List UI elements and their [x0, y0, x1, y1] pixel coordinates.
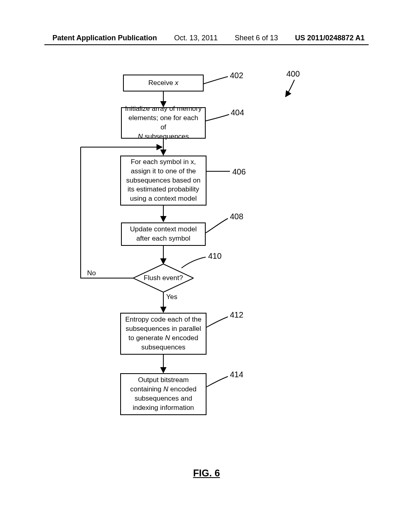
ref-412: 412 — [230, 310, 243, 320]
flowchart: 400 Receive x 402 Initialize array of me… — [44, 69, 369, 472]
publication-number: US 2011/0248872 A1 — [295, 34, 365, 42]
step-402-text: Receive x — [148, 79, 179, 88]
step-414-text: Output bitstream containing N encoded su… — [130, 376, 196, 413]
publication-date: Oct. 13, 2011 — [174, 34, 218, 42]
ref-402: 402 — [230, 71, 243, 80]
step-412-text: Entropy code each of the subsequences in… — [125, 315, 201, 352]
step-404-box: Initialize array of memory elements; one… — [121, 107, 206, 139]
step-406-box: For each symbol in x, assign it to one o… — [120, 156, 206, 206]
branch-yes: Yes — [166, 293, 177, 301]
step-410-decision: Flush event? — [133, 264, 194, 292]
step-402-box: Receive x — [123, 75, 204, 91]
branch-no: No — [87, 269, 96, 277]
sheet-number: Sheet 6 of 13 — [235, 34, 278, 42]
step-408-box: Update context model after each symbol — [121, 222, 206, 246]
ref-406: 406 — [232, 167, 246, 177]
ref-414: 414 — [230, 370, 243, 379]
step-408-text: Update context model after each symbol — [125, 225, 202, 243]
step-412-box: Entropy code each of the subsequences in… — [120, 313, 206, 355]
step-414-box: Output bitstream containing N encoded su… — [120, 373, 206, 415]
step-410-text: Flush event? — [133, 264, 194, 292]
step-406-text: For each symbol in x, assign it to one o… — [124, 158, 202, 204]
header-rule — [44, 44, 369, 45]
ref-410: 410 — [208, 251, 221, 261]
figure-caption: FIG. 6 — [0, 468, 413, 479]
ref-400: 400 — [286, 69, 300, 79]
page-header: Patent Application Publication Oct. 13, … — [0, 34, 413, 42]
publication-type: Patent Application Publication — [52, 34, 157, 42]
ref-404: 404 — [231, 108, 244, 117]
step-404-text: Initialize array of memory elements; one… — [125, 104, 202, 141]
ref-408: 408 — [230, 212, 243, 221]
